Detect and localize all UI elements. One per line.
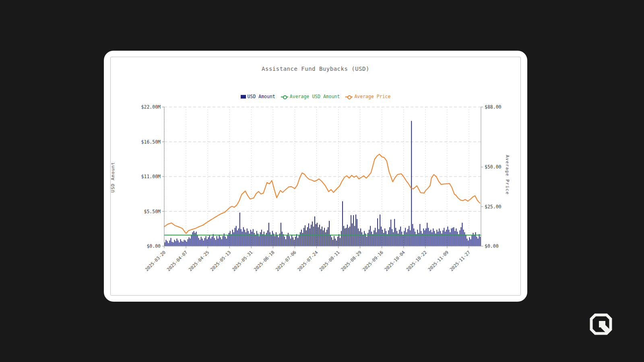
right-axis-title: Average Price [505, 131, 510, 219]
chart-card: Assistance Fund Buybacks (USD) USD Amoun… [104, 51, 527, 302]
chart-frame [110, 57, 521, 296]
left-axis-title: USD Amount [110, 133, 116, 222]
brand-logo-icon [588, 312, 613, 336]
legend-label: Average USD Amount [290, 94, 340, 99]
legend-item-usd-amount[interactable]: USD Amount [241, 94, 275, 99]
legend-item-average-price[interactable]: Average Price [345, 94, 390, 99]
legend-item-average-usd-amount[interactable]: Average USD Amount [281, 94, 340, 99]
legend-label: Average Price [354, 94, 390, 99]
page: { "colors": { "background": "#191919", "… [0, 0, 644, 362]
average-usd-marker-icon [281, 95, 288, 99]
legend-label: USD Amount [248, 94, 275, 99]
chart-legend: USD Amount Average USD Amount Average Pr… [104, 94, 527, 99]
chart-title: Assistance Fund Buybacks (USD) [104, 66, 527, 72]
average-price-marker-icon [345, 95, 353, 99]
usd-amount-swatch-icon [241, 95, 246, 99]
